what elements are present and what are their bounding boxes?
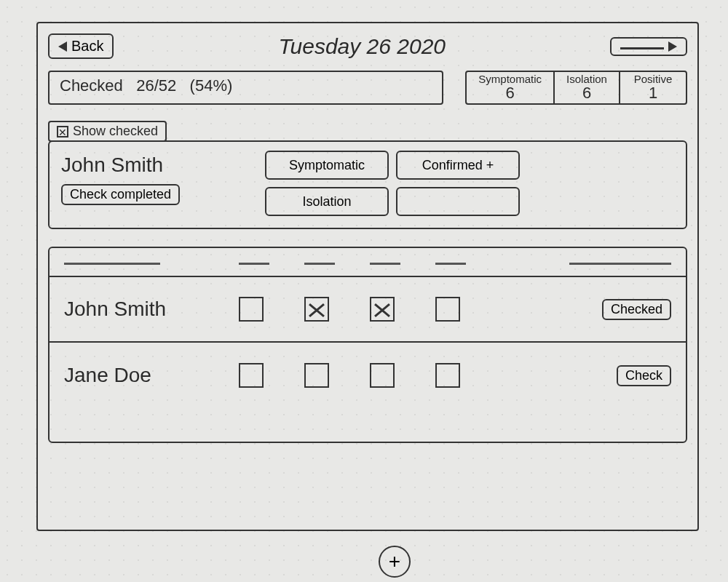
row-checkbox-4[interactable] [435, 297, 460, 322]
back-button[interactable]: Back [48, 33, 114, 59]
chip-symptomatic[interactable]: Symptomatic [265, 151, 389, 180]
stat-isolation: Isolation 6 [555, 72, 620, 103]
people-table: John Smith Checked Jane Doe Check [48, 247, 687, 443]
row-check-button[interactable]: Checked [602, 299, 671, 320]
back-button-label: Back [71, 38, 103, 55]
forward-button[interactable] [610, 37, 687, 56]
stat-symptomatic: Symptomatic 6 [467, 72, 555, 103]
row-checkbox-2[interactable] [304, 363, 329, 388]
checked-label: Checked [60, 76, 123, 95]
col-1 [239, 259, 269, 265]
row-checkbox-1[interactable] [239, 363, 264, 388]
table-header [50, 248, 686, 277]
forward-button-label [620, 44, 664, 49]
row-checkbox-3[interactable] [370, 363, 395, 388]
header-row: Back Tuesday 26 2020 [48, 33, 687, 59]
stat-isolation-value: 6 [566, 84, 607, 102]
stat-positive-label: Positive [632, 73, 674, 84]
stat-symptomatic-label: Symptomatic [478, 73, 542, 84]
stat-isolation-label: Isolation [566, 73, 607, 84]
row-checkbox-1[interactable] [239, 297, 264, 322]
row-checkbox-4[interactable] [435, 363, 460, 388]
checked-value: 26/52 [136, 76, 176, 95]
table-row: Jane Doe Check [50, 343, 686, 408]
check-completed-button[interactable]: Check completed [61, 184, 180, 205]
add-button[interactable]: + [379, 546, 411, 578]
stat-positive-value: 1 [632, 84, 674, 102]
stat-positive: Positive 1 [620, 72, 686, 103]
status-chip-grid: Symptomatic Confirmed + Isolation [265, 151, 520, 216]
col-2 [304, 259, 335, 265]
col-3 [370, 259, 400, 265]
checked-pct: (54%) [190, 76, 233, 95]
chip-confirmed[interactable]: Confirmed + [396, 151, 520, 180]
row-check-button[interactable]: Check [617, 365, 671, 386]
app-frame: Back Tuesday 26 2020 Checked 26/52 (54%)… [36, 22, 699, 531]
stats-row: Checked 26/52 (54%) Symptomatic 6 Isolat… [48, 71, 687, 105]
checked-progress: Checked 26/52 (54%) [48, 71, 443, 105]
chip-blank[interactable] [396, 187, 520, 216]
row-checkbox-2[interactable] [304, 297, 329, 322]
person-card-name: John Smith [61, 151, 250, 177]
chevron-right-icon [668, 41, 677, 52]
checkbox-icon [57, 126, 68, 137]
chip-isolation[interactable]: Isolation [265, 187, 389, 216]
show-checked-toggle[interactable]: Show checked [48, 121, 167, 142]
col-4 [435, 259, 466, 265]
row-name: John Smith [64, 298, 224, 321]
col-name [64, 259, 160, 265]
page-title: Tuesday 26 2020 [143, 34, 581, 59]
stat-group: Symptomatic 6 Isolation 6 Positive 1 [465, 71, 687, 105]
plus-icon: + [389, 550, 400, 573]
chevron-left-icon [58, 41, 67, 52]
show-checked-label: Show checked [73, 124, 158, 139]
table-row: John Smith Checked [50, 277, 686, 343]
col-action [569, 259, 671, 265]
row-checkbox-3[interactable] [370, 297, 395, 322]
row-name: Jane Doe [64, 364, 224, 387]
stat-symptomatic-value: 6 [478, 84, 542, 102]
check-completed-label: Check completed [70, 187, 171, 202]
person-card: John Smith Check completed Symptomatic C… [48, 140, 687, 229]
